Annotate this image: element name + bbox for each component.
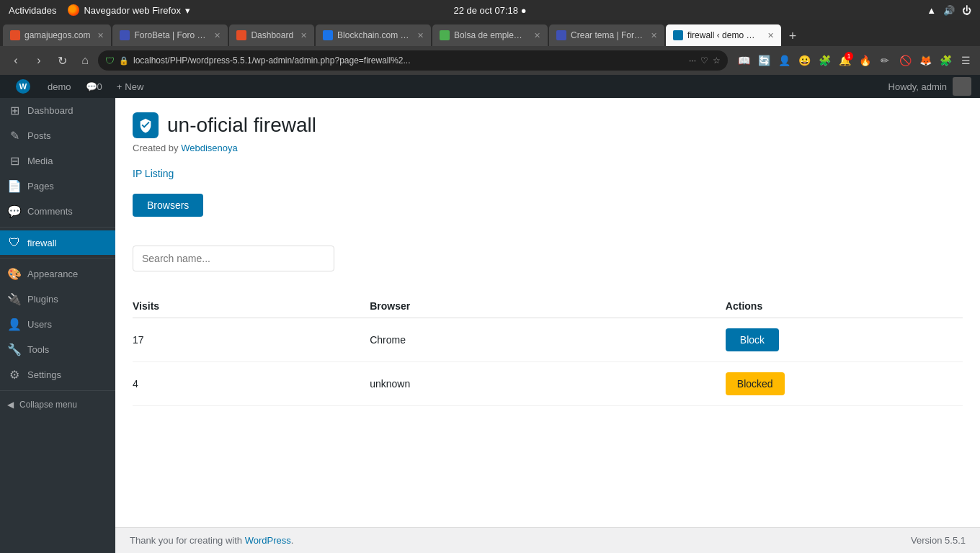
site-name-button[interactable]: demo [40,75,79,98]
address-lock-icon: 🔒 [119,56,129,66]
forward-button[interactable]: › [29,50,49,71]
pages-icon: 📄 [7,179,22,193]
plugin-shield-icon [133,112,159,138]
tab-close-blockchain[interactable]: ✕ [417,31,424,40]
tab-close-dashboard[interactable]: ✕ [300,31,307,40]
toolbar-fire-icon[interactable]: 🔥 [856,52,873,69]
tab-close-bolsa[interactable]: ✕ [534,31,540,40]
row1-actions: Block [726,318,963,362]
sidebar-item-settings[interactable]: ⚙ Settings [0,362,115,387]
sidebar-label-appearance: Appearance [27,269,78,279]
table-row: 4 unknown Blocked [133,362,963,406]
sidebar-label-dashboard: Dashboard [27,105,74,116]
wp-main: un-oficial firewall Created by Webdiseno… [115,98,980,553]
search-input[interactable] [133,246,334,271]
row2-visits: 4 [133,362,370,406]
toolbar-profile-icon[interactable]: 👤 [775,52,793,69]
star-icon[interactable]: ☆ [713,55,721,66]
toolbar-reader-icon[interactable]: 📖 [735,52,752,69]
comments-button[interactable]: 💬 0 [79,75,110,98]
block-chrome-button[interactable]: Block [726,328,779,351]
toolbar-notifications-icon[interactable]: 🔔 1 [836,52,853,69]
plugins-icon: 🔌 [7,292,22,306]
sidebar-item-dashboard[interactable]: ⊞ Dashboard [0,98,115,123]
sidebar-label-posts: Posts [27,130,51,141]
toolbar-puzzle-icon[interactable]: 🧩 [937,52,954,69]
activities-label[interactable]: Actividades [9,5,56,16]
blocked-unknown-button[interactable]: Blocked [726,372,785,395]
collapse-menu-button[interactable]: ◀ Collapse menu [0,394,115,415]
back-button[interactable]: ‹ [6,50,26,71]
tab-crear-tema[interactable]: Crear tema | Foro… ✕ [549,24,664,46]
sidebar-item-plugins[interactable]: 🔌 Plugins [0,287,115,312]
tab-close-gamajuegos[interactable]: ✕ [97,31,104,40]
sidebar-label-pages: Pages [27,181,54,192]
sidebar-item-comments[interactable]: 💬 Comments [0,199,115,224]
browser-tabs: gamajuegos.com ✕ ForoBeta | Foro d… ✕ Da… [0,20,980,46]
tab-gamajuegos[interactable]: gamajuegos.com ✕ [3,24,111,46]
new-tab-button[interactable]: + [783,26,803,46]
toolbar-sync-icon[interactable]: 🔄 [755,52,772,69]
sidebar-item-posts[interactable]: ✎ Posts [0,123,115,148]
os-datetime: 22 de oct 07:18 ● [453,5,526,16]
bookmark-icon[interactable]: ♡ [700,55,708,66]
sidebar-divider-1 [0,227,115,228]
howdy-text: Howdy, admin [888,81,947,92]
posts-icon: ✎ [7,129,22,143]
sidebar-item-media[interactable]: ⊟ Media [0,148,115,174]
tab-close-firewall[interactable]: ✕ [767,31,774,40]
firefox-icon: Navegador web Firefox ▾ [68,4,190,16]
ip-listing-link[interactable]: IP Listing [133,168,174,179]
wp-logo-button[interactable]: W [9,75,40,98]
toolbar-menu-icon[interactable]: ☰ [957,52,974,69]
address-bar[interactable]: 🛡 🔒 localhost/PHP/wordpress-5.5.1/wp-adm… [98,50,728,71]
url-text[interactable]: localhost/PHP/wordpress-5.5.1/wp-admin/a… [133,55,685,66]
row2-actions: Blocked [726,362,963,406]
wp-layout: ⊞ Dashboard ✎ Posts ⊟ Media 📄 Pages 💬 Co… [0,98,980,553]
users-icon: 👤 [7,318,22,331]
tab-firewall[interactable]: firewall ‹ demo — W… ✕ [666,24,781,46]
sidebar-label-tools: Tools [27,344,49,355]
wp-logo-icon: W [16,79,30,94]
sidebar-divider-2 [0,258,115,258]
sidebar-divider-3 [0,390,115,391]
sidebar-item-firewall[interactable]: 🛡 firewall [0,230,115,255]
toolbar-block-icon[interactable]: 🚫 [896,52,914,69]
tab-bolsa[interactable]: Bolsa de empleo… ✕ [432,24,548,46]
tab-forobeta[interactable]: ForoBeta | Foro d… ✕ [112,24,228,46]
plugin-credit: Created by Webdisenoya [133,143,963,153]
col-header-visits: Visits [133,295,370,318]
home-button[interactable]: ⌂ [75,50,95,71]
new-content-button[interactable]: +New [110,75,151,98]
tools-icon: 🔧 [7,343,22,356]
sidebar-item-appearance[interactable]: 🎨 Appearance [0,261,115,287]
row1-browser: Chrome [370,318,726,362]
credit-link[interactable]: Webdisenoya [181,143,238,153]
admin-avatar[interactable] [953,77,971,96]
sub-nav: IP Listing [133,168,963,179]
sidebar-label-firewall: firewall [27,238,56,248]
col-header-actions: Actions [726,295,963,318]
sidebar-item-pages[interactable]: 📄 Pages [0,174,115,199]
browsers-btn-wrapper: Browsers [133,194,963,234]
browsers-table: Visits Browser Actions 17 Chrome Block [133,295,963,406]
toolbar-fox-icon[interactable]: 🦊 [917,52,934,69]
footer-wp-link[interactable]: WordPress [245,535,291,546]
sidebar-item-users[interactable]: 👤 Users [0,312,115,337]
browsers-button[interactable]: Browsers [133,194,203,217]
os-system-icons: ▲🔊⏻ [927,5,971,16]
appearance-icon: 🎨 [7,267,22,281]
tab-close-crear-tema[interactable]: ✕ [651,31,657,40]
reload-button[interactable]: ↻ [52,50,72,71]
tab-blockchain[interactable]: Blockchain.com W… ✕ [316,24,431,46]
tab-dashboard[interactable]: Dashboard ✕ [229,24,314,46]
toolbar-pen-icon[interactable]: ✏ [876,52,894,69]
address-more-icon[interactable]: ··· [689,55,696,66]
toolbar-extension1-icon[interactable]: 🧩 [816,52,833,69]
footer-credit: Thank you for creating with WordPress. [130,535,293,546]
toolbar-emoji-icon[interactable]: 😀 [796,52,813,69]
col-header-browser: Browser [370,295,726,318]
table-row: 17 Chrome Block [133,318,963,362]
tab-close-forobeta[interactable]: ✕ [214,31,220,40]
sidebar-item-tools[interactable]: 🔧 Tools [0,337,115,362]
